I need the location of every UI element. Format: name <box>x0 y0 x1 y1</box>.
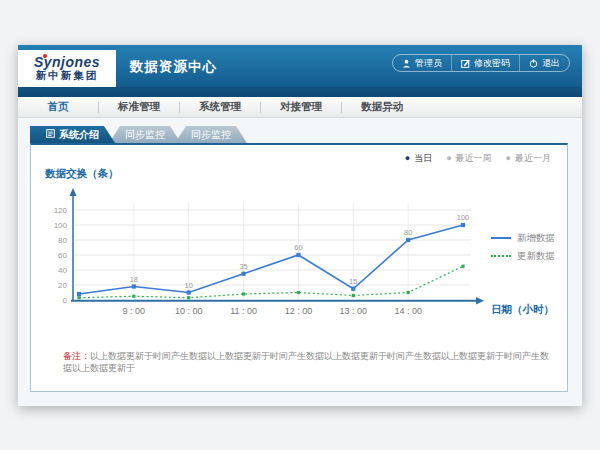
document-icon <box>46 129 55 140</box>
svg-text:9 : 00: 9 : 00 <box>123 306 146 316</box>
svg-text:18: 18 <box>130 275 138 284</box>
main-nav: 首页 标准管理 系统管理 对接管理 数据异动 <box>18 97 582 118</box>
svg-text:60: 60 <box>58 251 67 260</box>
svg-text:0: 0 <box>63 296 68 305</box>
nav-item-system-mgmt[interactable]: 系统管理 <box>180 100 260 114</box>
svg-text:100: 100 <box>54 221 68 230</box>
nav-item-interface-mgmt[interactable]: 对接管理 <box>261 100 341 114</box>
legend-item-update-data[interactable]: 更新数据 <box>491 247 555 265</box>
page-title: 数据资源中心 <box>130 58 217 76</box>
svg-text:80: 80 <box>58 236 67 245</box>
nav-item-standard-mgmt[interactable]: 标准管理 <box>99 100 179 114</box>
admin-user-label: 管理员 <box>415 57 442 70</box>
content-area: 系统介绍 同步监控 同步监控 ● 当日 ● 最近一周 ● <box>18 118 582 406</box>
logo-text-en: Synjones <box>34 55 100 69</box>
tab-system-intro[interactable]: 系统介绍 <box>30 126 115 143</box>
tab-sync-monitor-1[interactable]: 同步监控 <box>109 126 181 143</box>
svg-text:14 : 00: 14 : 00 <box>394 306 422 316</box>
svg-text:35: 35 <box>239 262 247 271</box>
admin-user-button[interactable]: 管理员 <box>393 55 451 71</box>
svg-text:100: 100 <box>457 213 470 222</box>
app-window: Synjones 新中新集团 数据资源中心 管理员 修改密码 <box>18 45 582 406</box>
page-background: { "brand": { "logo_line1": "Synjones", "… <box>0 0 600 450</box>
legend-item-new-data[interactable]: 新增数据 <box>491 229 555 247</box>
user-bar: 管理员 修改密码 退出 <box>392 54 570 72</box>
svg-text:13 : 00: 13 : 00 <box>340 306 368 316</box>
nav-item-data-change[interactable]: 数据异动 <box>342 100 422 114</box>
note-prefix: 备注： <box>63 351 90 361</box>
svg-text:10: 10 <box>185 281 193 290</box>
tab-system-intro-label: 系统介绍 <box>59 128 99 142</box>
line-chart: 0204060801001209 : 0010 : 0011 : 0012 : … <box>31 145 491 330</box>
change-password-button[interactable]: 修改密码 <box>451 55 519 71</box>
radio-dot-icon: ● <box>506 154 511 163</box>
tabs-row: 系统介绍 同步监控 同步监控 <box>30 126 582 143</box>
solid-line-icon <box>491 237 511 239</box>
legend-label-update-data: 更新数据 <box>517 250 555 263</box>
svg-text:120: 120 <box>54 206 68 215</box>
user-icon <box>402 59 411 68</box>
change-password-label: 修改密码 <box>474 57 510 70</box>
logo-red-dot-icon <box>43 54 47 58</box>
header-bottom-strip <box>18 87 582 97</box>
filter-last-month[interactable]: ● 最近一月 <box>506 152 551 165</box>
dotted-line-icon <box>491 255 511 257</box>
chart-legend: 新增数据 更新数据 <box>491 229 555 265</box>
header: Synjones 新中新集团 数据资源中心 管理员 修改密码 <box>18 45 582 87</box>
svg-text:12 : 00: 12 : 00 <box>285 306 313 316</box>
svg-text:80: 80 <box>404 228 412 237</box>
legend-label-new-data: 新增数据 <box>517 232 555 245</box>
logout-label: 退出 <box>542 57 560 70</box>
footer-note: 备注：以上数据更新于时间产生数据以上数据更新于时间产生数据以上数据更新于时间产生… <box>63 350 549 374</box>
chart-panel: ● 当日 ● 最近一周 ● 最近一月 数据交换（条） 0204060801001… <box>30 143 568 392</box>
filter-last-month-label: 最近一月 <box>515 152 551 165</box>
note-text: 以上数据更新于时间产生数据以上数据更新于时间产生数据以上数据更新于时间产生数据以… <box>63 351 549 373</box>
svg-text:11 : 00: 11 : 00 <box>230 306 257 316</box>
x-axis-title: 日期（小时） <box>491 303 554 317</box>
tab-sync-monitor-2[interactable]: 同步监控 <box>175 126 247 143</box>
svg-text:20: 20 <box>58 281 67 290</box>
power-icon <box>529 59 538 68</box>
tab-sync-monitor-1-label: 同步监控 <box>125 128 165 142</box>
logout-button[interactable]: 退出 <box>519 55 569 71</box>
nav-item-home[interactable]: 首页 <box>18 100 98 114</box>
svg-text:60: 60 <box>294 243 302 252</box>
svg-text:10 : 00: 10 : 00 <box>175 306 203 316</box>
company-logo[interactable]: Synjones 新中新集团 <box>18 50 116 87</box>
edit-icon <box>461 59 470 68</box>
svg-text:40: 40 <box>58 266 67 275</box>
logo-text-cn: 新中新集团 <box>36 69 99 82</box>
tab-sync-monitor-2-label: 同步监控 <box>191 128 231 142</box>
svg-text:15: 15 <box>349 277 357 286</box>
